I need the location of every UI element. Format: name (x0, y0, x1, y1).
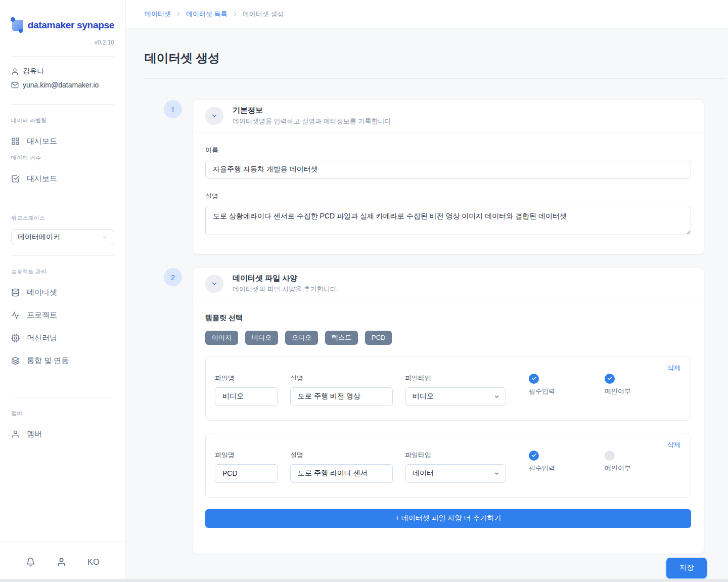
sidebar-item-label: 대시보드 (27, 174, 57, 184)
profile-button[interactable] (57, 557, 66, 567)
activity-icon (11, 311, 20, 320)
sidebar-item-project[interactable]: 프로젝트 (11, 305, 114, 325)
dataset-name-input[interactable] (205, 160, 691, 178)
add-file-spec-button[interactable]: + 데이터셋 파일 사양 더 추가하기 (205, 509, 691, 528)
file-spec-card: 데이터셋 파일 사양 데이터셋의 파일 사양을 추가합니다. 템플릿 선택 이미… (193, 267, 704, 554)
template-image-button[interactable]: 이미지 (205, 331, 238, 345)
main-label: 메인여부 (605, 387, 680, 396)
template-text-button[interactable]: 텍스트 (325, 331, 358, 345)
delete-link[interactable]: 삭제 (667, 440, 680, 450)
filetype-label: 파일타입 (405, 451, 506, 460)
dataset-description-textarea[interactable]: 도로 상황에라이다 센서로 수집한 PCD 파일과 실제 카메라로 수집된 비전… (205, 206, 691, 235)
description-label: 설명 (290, 374, 393, 383)
step-2: 2 데이터셋 파일 사양 데이터셋의 파일 사양을 추가합니다. (145, 267, 704, 554)
delete-link[interactable]: 삭제 (667, 364, 680, 373)
workspace-select[interactable]: 데이터메이커 (11, 229, 114, 245)
section-data-review: 데이터 검수 (11, 154, 114, 162)
mail-icon (11, 81, 19, 89)
step-2-badge: 2 (164, 268, 182, 286)
sidebar-item-dataset[interactable]: 데이터셋 (11, 283, 114, 302)
database-icon (11, 288, 20, 297)
description-input[interactable] (290, 387, 393, 406)
user-icon (11, 430, 20, 438)
sidebar: datamaker synapse v0.2.10 김유나 yuna.kim@d… (0, 0, 126, 582)
app-name: datamaker synapse (28, 20, 114, 31)
card-subtitle: 데이터셋명을 입력하고 설명과 메타정보를 기록합니다. (233, 117, 393, 126)
user-name-row: 김유나 (11, 67, 114, 76)
user-icon (11, 68, 19, 75)
chevron-down-icon (211, 280, 218, 287)
sidebar-item-labeling-dashboard[interactable]: 대시보드 (11, 131, 114, 151)
user-name: 김유나 (23, 67, 44, 76)
chevron-down-icon (211, 112, 218, 119)
required-checkbox[interactable] (529, 374, 539, 384)
divider (11, 56, 114, 57)
divider (11, 202, 114, 202)
description-input[interactable] (290, 464, 393, 483)
sidebar-item-label: 대시보드 (27, 137, 57, 146)
user-email: yuna.kim@datamaker.io (23, 81, 99, 89)
main-checkbox[interactable] (605, 451, 615, 461)
filetype-selected-value: 데이터 (413, 469, 434, 478)
sidebar-item-integration[interactable]: 통합 및 연동 (11, 351, 114, 371)
section-project-management: 프로젝트 관리 (11, 268, 114, 276)
bell-icon (26, 557, 35, 567)
divider (145, 78, 725, 79)
breadcrumb: 데이터셋 데이터셋 목록 데이터셋 생성 (126, 0, 728, 29)
sidebar-footer: KO (0, 542, 125, 582)
filename-label: 파일명 (215, 374, 278, 383)
section-data-labeling: 데이터 라벨링 (11, 117, 114, 124)
filename-label: 파일명 (215, 451, 278, 460)
collapse-button[interactable] (205, 107, 223, 125)
required-checkbox[interactable] (529, 451, 539, 461)
filetype-label: 파일타입 (405, 374, 506, 383)
chevron-down-icon (102, 234, 108, 240)
template-video-button[interactable]: 비디오 (245, 331, 278, 345)
filetype-select[interactable]: 데이터 (405, 464, 506, 483)
divider (11, 255, 114, 256)
divider (11, 104, 114, 105)
workspace-selected-value: 데이터메이커 (18, 233, 60, 242)
user-icon (57, 557, 66, 567)
filename-input[interactable] (215, 464, 278, 483)
basic-info-card: 기본정보 데이터셋명을 입력하고 설명과 메타정보를 기록합니다. 이름 설명 … (193, 99, 704, 254)
app-version: v0.2.10 (0, 39, 125, 46)
name-label: 이름 (205, 146, 691, 155)
required-label: 필수입력 (529, 387, 605, 396)
file-spec-row-2: 삭제 파일명 설명 (205, 433, 691, 498)
step-1-badge: 1 (164, 100, 182, 118)
description-label: 설명 (205, 192, 691, 201)
logo-icon (11, 18, 23, 33)
sidebar-item-review-dashboard[interactable]: 대시보드 (11, 169, 114, 189)
template-audio-button[interactable]: 오디오 (285, 331, 318, 345)
breadcrumb-dataset-list[interactable]: 데이터셋 목록 (186, 10, 228, 19)
card-subtitle: 데이터셋의 파일 사양을 추가합니다. (233, 285, 338, 294)
save-button[interactable]: 저장 (666, 558, 707, 578)
notifications-button[interactable] (26, 557, 35, 567)
basic-info-header: 기본정보 데이터셋명을 입력하고 설명과 메타정보를 기록합니다. (193, 100, 704, 132)
sidebar-item-label: 머신러닝 (27, 333, 57, 343)
step-1: 1 기본정보 데이터셋명을 입력하고 설명과 메타정보를 기록합니다. (145, 99, 704, 254)
page-content: 데이터셋 생성 1 기본정보 (126, 29, 728, 582)
filename-input[interactable] (215, 387, 278, 406)
horizontal-scrollbar[interactable] (0, 579, 728, 582)
sidebar-item-member[interactable]: 멤버 (11, 424, 114, 444)
collapse-button[interactable] (205, 275, 223, 293)
chevron-right-icon (175, 11, 182, 18)
check-square-icon (11, 174, 20, 183)
main-checkbox[interactable] (605, 374, 615, 384)
filetype-select[interactable]: 비디오 (405, 387, 506, 406)
breadcrumb-dataset[interactable]: 데이터셋 (145, 10, 171, 19)
main-area: 데이터셋 데이터셋 목록 데이터셋 생성 데이터셋 생성 1 (126, 0, 728, 582)
section-member: 멤버 (11, 410, 114, 417)
template-pcd-button[interactable]: PCD (365, 331, 392, 345)
layers-icon (11, 356, 20, 365)
breadcrumb-dataset-create: 데이터셋 생성 (243, 10, 284, 19)
sidebar-item-label: 통합 및 연동 (27, 356, 69, 366)
sidebar-item-machine-learning[interactable]: 머신러닝 (11, 328, 114, 348)
sidebar-item-label: 멤버 (27, 429, 42, 439)
file-spec-row-1: 삭제 파일명 설명 (205, 356, 691, 421)
template-select-label: 템플릿 선택 (205, 314, 691, 323)
language-toggle[interactable]: KO (87, 558, 100, 567)
app-logo: datamaker synapse (11, 18, 114, 33)
